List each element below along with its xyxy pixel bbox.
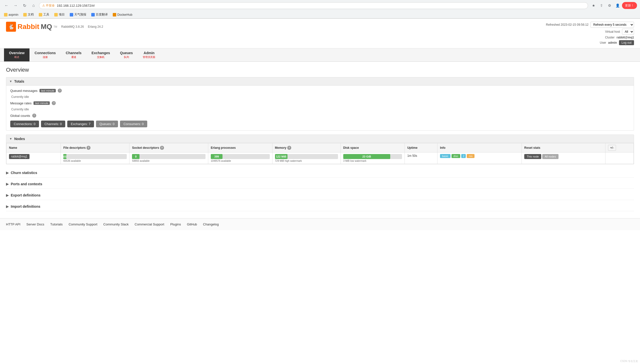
bookmark-aopmin[interactable]: aopmin <box>3 12 19 17</box>
queues-count[interactable]: Queues: 0 <box>96 120 118 127</box>
refresh-select[interactable]: Refresh every 5 seconds Refresh every 10… <box>590 22 634 28</box>
ports-arrow: ▶ <box>6 182 9 186</box>
erlang-available: 1048576 available <box>211 160 270 162</box>
erlang-bar-container: 399 <box>211 154 270 159</box>
logout-button[interactable]: Log out <box>619 40 634 45</box>
footer-github[interactable]: GitHub <box>187 222 197 226</box>
import-title: Import definitions <box>11 204 40 208</box>
user-value: admin <box>608 41 617 44</box>
nodes-section: ▼ Nodes Name File descriptors ? Socket d… <box>6 134 634 164</box>
disk-bar: 23 GiB <box>343 154 390 159</box>
footer-tutorials[interactable]: Tutorials <box>50 222 63 226</box>
user-label: User <box>600 41 606 44</box>
import-header[interactable]: ▶ Import definitions <box>6 202 634 211</box>
global-counts-label: Global counts <box>10 114 30 118</box>
socket-desc-bar-container: 0 <box>132 154 205 159</box>
bookmark-project[interactable]: 项目 <box>53 12 66 17</box>
disk-space-cell: 23 GiB 3 MiB low watermark <box>340 152 405 164</box>
extra-cell <box>605 152 633 164</box>
info-badge-disc[interactable]: disc <box>452 154 461 158</box>
top-right: Refreshed 2023-02-15 09:56:12 Refresh ev… <box>546 22 634 45</box>
churn-arrow: ▶ <box>6 171 9 175</box>
col-erlang-proc: Erlang processes <box>208 143 272 152</box>
queued-help-icon[interactable]: ? <box>58 89 62 92</box>
connections-count[interactable]: Connections: 0 <box>10 120 39 127</box>
tab-connections[interactable]: Connections 连接 <box>30 48 61 62</box>
export-header[interactable]: ▶ Export definitions <box>6 191 634 200</box>
footer-server-docs[interactable]: Server Docs <box>27 222 45 226</box>
memory-bar-container: 122 MiB <box>275 154 338 159</box>
tab-channels[interactable]: Channels 通道 <box>61 48 87 62</box>
ports-header[interactable]: ▶ Ports and contexts <box>6 180 634 189</box>
share-button[interactable]: ⇧ <box>598 2 605 9</box>
browser-chrome: ← → ↻ ⌂ ⚠ 不安全 192.168.112.129:15672/#/ ★… <box>0 0 640 19</box>
bookmark-dockerhub[interactable]: DockerHub <box>112 12 133 17</box>
global-help-icon[interactable]: ? <box>32 114 36 118</box>
totals-header[interactable]: ▼ Totals <box>6 78 634 86</box>
top-bar: 🐇 RabbitMQTM RabbitMQ 3.8.26 Erlang 24.2… <box>0 19 640 48</box>
rates-help-icon[interactable]: ? <box>52 101 56 105</box>
reload-button[interactable]: ↻ <box>21 2 28 9</box>
url-display: 192.168.112.129:15672/#/ <box>57 4 95 8</box>
ports-title: Ports and contexts <box>11 182 42 186</box>
footer-community-support[interactable]: Community Support <box>69 222 97 226</box>
footer-commercial-support[interactable]: Commercial Support <box>135 222 164 226</box>
logo-tm: TM <box>54 26 57 28</box>
virtual-host-row: Virtual host All <box>546 29 634 35</box>
address-bar[interactable]: ⚠ 不安全 192.168.112.129:15672/#/ <box>39 2 588 9</box>
extensions-button[interactable]: ⚙ <box>606 2 613 9</box>
nodes-table-header: Name File descriptors ? Socket descripto… <box>7 143 634 152</box>
rabbitmq-version: RabbitMQ 3.8.26 <box>61 25 84 28</box>
all-nodes-button[interactable]: All nodes <box>542 154 558 159</box>
footer-http-api[interactable]: HTTP API <box>6 222 21 226</box>
footer-community-slack[interactable]: Community Slack <box>103 222 128 226</box>
home-button[interactable]: ⌂ <box>30 2 37 9</box>
this-node-button[interactable]: This node <box>524 154 541 159</box>
logo-icon: 🐇 <box>6 22 16 32</box>
tab-exchanges[interactable]: Exchanges 交换机 <box>87 48 115 62</box>
plus-minus-button[interactable]: +/- <box>608 145 616 151</box>
col-name: Name <box>7 143 61 152</box>
bookmark-docs[interactable]: 文档 <box>22 12 35 17</box>
file-desc-help[interactable]: ? <box>87 146 91 150</box>
info-cell: basic disc 2 rss <box>437 152 522 164</box>
bookmark-translate[interactable]: 百度翻译 <box>90 12 109 17</box>
consumers-count[interactable]: Consumers: 0 <box>120 120 147 127</box>
erlang-version: Erlang 24.2 <box>88 25 103 28</box>
update-button[interactable]: 更新！ <box>622 2 637 9</box>
socket-desc-bar: 0 <box>132 154 139 159</box>
footer-plugins[interactable]: Plugins <box>170 222 181 226</box>
info-badge-count[interactable]: 2 <box>461 154 466 158</box>
profile-button[interactable]: 👤 <box>614 2 621 9</box>
footer-changelog[interactable]: Changelog <box>203 222 219 226</box>
bookmarks-bar: aopmin 文档 工具 项目 天气预报 百度翻译 DockerHub <box>0 11 640 18</box>
bookmark-tools[interactable]: 工具 <box>38 12 50 17</box>
exchanges-count[interactable]: Exchanges: 7 <box>67 120 94 127</box>
import-arrow: ▶ <box>6 204 9 208</box>
disk-value: 23 GiB <box>362 155 371 158</box>
forward-button[interactable]: → <box>12 2 19 9</box>
message-rates-label: Message rates <box>10 101 32 105</box>
memory-help[interactable]: ? <box>287 146 291 150</box>
info-badge-basic[interactable]: basic <box>440 154 451 158</box>
tab-exchanges-sub: 交换机 <box>92 56 110 59</box>
tab-overview[interactable]: Overview 概述 <box>4 48 30 62</box>
bookmark-weather[interactable]: 天气预报 <box>69 12 87 17</box>
col-file-desc: File descriptors ? <box>61 143 129 152</box>
tab-queues[interactable]: Queues 队列 <box>115 48 138 62</box>
totals-section: ▼ Totals Queued messages last minute ? C… <box>6 77 634 130</box>
tab-admin[interactable]: Admin 管理员页面 <box>138 48 160 62</box>
logo-area: 🐇 RabbitMQTM RabbitMQ 3.8.26 Erlang 24.2 <box>6 22 103 32</box>
import-section: ▶ Import definitions <box>6 202 634 211</box>
bookmark-star[interactable]: ★ <box>590 2 597 9</box>
channels-count[interactable]: Channels: 0 <box>41 120 65 127</box>
socket-desc-help[interactable]: ? <box>160 146 164 150</box>
col-socket-desc: Socket descriptors ? <box>129 143 208 152</box>
info-badge-rss[interactable]: rss <box>467 154 475 158</box>
nodes-header[interactable]: ▼ Nodes <box>6 135 634 143</box>
churn-header[interactable]: ▶ Churn statistics <box>6 168 634 178</box>
virtual-host-select[interactable]: All <box>622 29 634 35</box>
back-button[interactable]: ← <box>3 2 10 9</box>
erlang-bar: 399 <box>211 154 223 159</box>
tab-queues-sub: 队列 <box>120 56 133 59</box>
